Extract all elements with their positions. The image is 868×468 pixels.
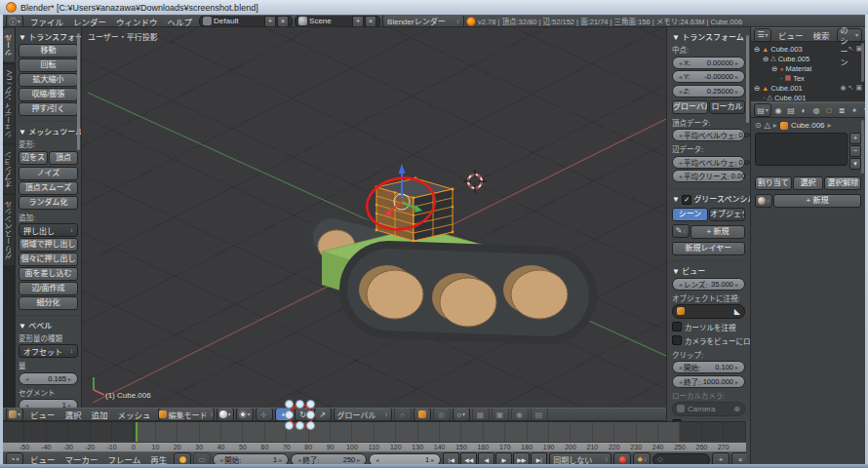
editor-type-info-icon[interactable]: ⓘ▾ bbox=[6, 15, 23, 27]
slot-add-button[interactable]: + bbox=[849, 133, 861, 144]
insert-keyframe-icon[interactable]: + bbox=[712, 452, 730, 464]
jump-start-icon[interactable]: |◀ bbox=[443, 452, 459, 464]
bevel-field-0[interactable]: ◂0.165▸ bbox=[19, 372, 78, 385]
restrict-eye-icon[interactable]: ◉ bbox=[840, 84, 846, 92]
turret-edit-mesh[interactable] bbox=[375, 177, 454, 243]
slot-specials-button[interactable]: ▾ bbox=[849, 158, 861, 170]
deselect-button[interactable]: 選択解除 bbox=[824, 176, 861, 190]
add-tool-4[interactable]: 細分化 bbox=[19, 296, 78, 310]
checkbox-box[interactable] bbox=[672, 322, 682, 332]
median-0[interactable]: ◂X:0.00000▸ bbox=[672, 57, 745, 69]
viewport-menu-1[interactable]: 選択 bbox=[60, 409, 87, 420]
timeline-menu-1[interactable]: マーカー bbox=[60, 453, 103, 464]
transform-tool-0[interactable]: 移動 bbox=[19, 44, 78, 58]
add-tool-1[interactable]: 個々に押し出し bbox=[19, 253, 78, 266]
delete-keyframe-icon[interactable]: × bbox=[731, 452, 746, 464]
outliner-item-label[interactable]: Cube.005 bbox=[778, 55, 810, 63]
info-menu-3[interactable]: ヘルプ bbox=[163, 16, 198, 27]
transform-tool-1[interactable]: 回転 bbox=[19, 58, 78, 72]
play-icon[interactable]: ▶ bbox=[495, 452, 512, 464]
info-menu-0[interactable]: ファイル bbox=[25, 16, 68, 27]
add-tool-3[interactable]: 辺/面作成 bbox=[19, 282, 78, 295]
tool-shelf-tab-0[interactable]: ツール bbox=[3, 28, 16, 62]
layout-delete-button[interactable]: × bbox=[277, 16, 289, 27]
frame-start-field[interactable]: ◂開始: 1▸ bbox=[213, 453, 289, 465]
deform-tool-2[interactable]: ランダム化 bbox=[19, 196, 78, 210]
sync-mode-select[interactable]: 同期しない↕ bbox=[549, 452, 612, 464]
outliner-item-label[interactable]: Cube.001 bbox=[774, 94, 807, 102]
editor-type-properties-icon[interactable]: ▤▾ bbox=[754, 103, 771, 117]
properties-scrollbar[interactable] bbox=[861, 120, 864, 174]
median-2[interactable]: ◂Z:0.25000▸ bbox=[672, 85, 745, 98]
tool-shelf-tab-2[interactable]: オプション bbox=[3, 145, 16, 194]
collapse-icon[interactable]: ⊖ bbox=[763, 55, 769, 63]
clip-1[interactable]: ◂終了:1000.000▸ bbox=[672, 375, 745, 388]
outliner-menu-0[interactable]: ビュー bbox=[773, 29, 809, 41]
viewport-menu-2[interactable]: 追加 bbox=[87, 409, 113, 420]
slot-remove-button[interactable]: − bbox=[849, 145, 861, 157]
edge-data-1[interactable]: ◂平均クリース:0.00▸ bbox=[672, 170, 745, 182]
editor-type-timeline-icon[interactable]: ◔▾ bbox=[6, 452, 23, 464]
restrict-pointer-icon[interactable]: ↖ bbox=[848, 84, 854, 92]
timeline-menu-0[interactable]: ビュー bbox=[25, 453, 60, 464]
snap-element-icon[interactable] bbox=[414, 408, 431, 421]
deform-tool-1[interactable]: 頂点スムーズ bbox=[19, 181, 78, 195]
eyedropper-icon[interactable]: ◣ bbox=[734, 307, 740, 316]
outliner-row-3[interactable]: ·▦Tex bbox=[754, 73, 862, 83]
scene-delete-button[interactable]: × bbox=[365, 16, 376, 27]
keying-set-field[interactable]: ◇ bbox=[652, 453, 710, 465]
gp-brush-icon[interactable]: ✎↕ bbox=[672, 224, 690, 238]
panel-title[interactable]: ▼ メッシュツール bbox=[19, 126, 78, 136]
collapse-icon[interactable]: ⊖ bbox=[754, 45, 760, 54]
outliner-scrollbar[interactable] bbox=[861, 43, 864, 82]
manipulator-rotate-icon[interactable]: ↻ bbox=[295, 408, 312, 421]
median-1[interactable]: ◂Y:-0.00000▸ bbox=[672, 70, 745, 83]
properties-tab-world[interactable]: ◍ bbox=[810, 104, 822, 116]
timeline-menu-3[interactable]: 再生 bbox=[145, 453, 172, 464]
material-browse-icon[interactable]: ↕ bbox=[755, 194, 772, 208]
clip-0[interactable]: ◂開始:0.100▸ bbox=[672, 361, 745, 373]
screen-layout-selector[interactable]: Default + × bbox=[199, 15, 293, 27]
properties-tab-constraints[interactable]: ≣ bbox=[836, 104, 848, 116]
scene-browse-icon[interactable] bbox=[298, 17, 307, 25]
jump-end-icon[interactable]: ▶| bbox=[531, 452, 547, 464]
snap-toggle-magnet-icon[interactable]: ∩ bbox=[394, 408, 412, 421]
panel-title[interactable]: ▼ ベベル bbox=[19, 320, 78, 331]
bevel-field-1[interactable]: ◂1▸ bbox=[19, 399, 78, 408]
viewport-menu-0[interactable]: ビュー bbox=[25, 409, 60, 420]
tool-shelf-tab-3[interactable]: グリースペンシル bbox=[3, 195, 16, 265]
vertex-slide-button[interactable]: 頂点 bbox=[49, 151, 78, 165]
restrict-camera-icon[interactable]: ▣ bbox=[855, 84, 862, 92]
restrict-pointer-icon[interactable]: ↖ bbox=[848, 45, 854, 53]
view-option-1[interactable]: カメラをビューにロ.. bbox=[672, 335, 745, 346]
info-menu-2[interactable]: ウィンドウ bbox=[111, 16, 163, 27]
transform-tool-2[interactable]: 拡大縮小 bbox=[19, 73, 78, 87]
panel-title[interactable]: ▼ トランスフォーム bbox=[19, 31, 78, 42]
n-panel-scrollbar[interactable] bbox=[746, 35, 749, 123]
local-camera-field[interactable]: Camera ⊗ bbox=[672, 402, 745, 416]
gp-new-button[interactable]: + 新規 bbox=[690, 225, 745, 239]
panel-title[interactable]: ▼ ビュー bbox=[672, 265, 745, 276]
tool-shelf-tab-1[interactable]: シェーディング / UV bbox=[3, 64, 16, 143]
lock-frame-icon[interactable]: ▭ bbox=[193, 452, 211, 464]
scene-selector[interactable]: Scene + × bbox=[295, 15, 380, 27]
material-slot-list[interactable] bbox=[755, 133, 848, 166]
clear-camera-icon[interactable]: ⊗ bbox=[733, 405, 740, 413]
lock-object-field[interactable]: ◣ bbox=[672, 304, 745, 319]
occlude-geometry-icon[interactable]: ▣ bbox=[492, 408, 509, 421]
outliner-row-5[interactable]: ·△Cube.001 bbox=[754, 93, 862, 101]
pin-icon[interactable]: ⊙ bbox=[755, 121, 762, 130]
manipulator-translate-icon[interactable]: + bbox=[275, 408, 293, 421]
manipulator-toggle-icon[interactable]: ⊹ bbox=[256, 408, 273, 421]
proportional-edit-select[interactable]: ○▾ bbox=[453, 408, 470, 421]
orientation-select[interactable]: グローバル↕ bbox=[334, 408, 392, 421]
tool-shelf-scrollbar[interactable] bbox=[77, 33, 80, 150]
opengl-render-still-icon[interactable]: ◉ bbox=[511, 408, 529, 421]
properties-tab-object[interactable]: □ bbox=[823, 104, 835, 116]
viewport-menu-3[interactable]: メッシュ bbox=[113, 409, 156, 420]
current-frame-field[interactable]: ◂1▸ bbox=[369, 453, 441, 465]
gp-new-layer-button[interactable]: 新規レイヤー bbox=[672, 242, 745, 255]
editor-type-3dview-icon[interactable]: ▾ bbox=[6, 408, 23, 421]
add-tool-2[interactable]: 面を差し込む bbox=[19, 267, 78, 281]
next-keyframe-icon[interactable]: ▶▶ bbox=[513, 452, 530, 464]
